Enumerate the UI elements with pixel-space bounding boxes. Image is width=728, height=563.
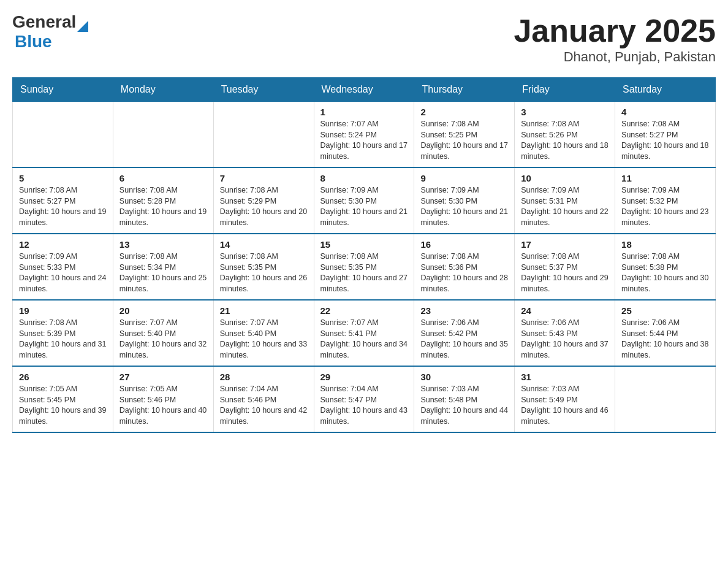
calendar-day-cell: 5Sunrise: 7:08 AM Sunset: 5:27 PM Daylig… [13,167,113,234]
calendar-week-row: 5Sunrise: 7:08 AM Sunset: 5:27 PM Daylig… [13,167,716,234]
title-block: January 2025 Dhanot, Punjab, Pakistan [514,12,716,65]
day-info: Sunrise: 7:03 AM Sunset: 5:48 PM Dayligh… [420,384,508,427]
day-number: 9 [420,173,508,183]
weekday-header-saturday: Saturday [615,78,716,102]
day-info: Sunrise: 7:04 AM Sunset: 5:47 PM Dayligh… [320,384,408,427]
day-info: Sunrise: 7:08 AM Sunset: 5:34 PM Dayligh… [119,251,207,294]
calendar-day-cell: 6Sunrise: 7:08 AM Sunset: 5:28 PM Daylig… [113,167,213,234]
calendar-day-cell [615,366,716,432]
day-info: Sunrise: 7:08 AM Sunset: 5:28 PM Dayligh… [119,185,207,228]
calendar-week-row: 1Sunrise: 7:07 AM Sunset: 5:24 PM Daylig… [13,102,716,168]
calendar-day-cell: 9Sunrise: 7:09 AM Sunset: 5:30 PM Daylig… [414,167,515,234]
day-info: Sunrise: 7:09 AM Sunset: 5:33 PM Dayligh… [19,251,107,294]
logo: General Blue [12,12,88,52]
calendar-day-cell: 18Sunrise: 7:08 AM Sunset: 5:38 PM Dayli… [615,234,716,300]
day-info: Sunrise: 7:08 AM Sunset: 5:25 PM Dayligh… [420,119,508,162]
day-number: 29 [320,372,408,382]
day-number: 1 [320,107,408,117]
day-info: Sunrise: 7:08 AM Sunset: 5:26 PM Dayligh… [521,119,609,162]
logo-triangle-icon [77,21,88,32]
calendar-day-cell [13,102,113,168]
day-number: 12 [19,239,107,250]
day-number: 27 [119,372,207,382]
calendar-day-cell: 12Sunrise: 7:09 AM Sunset: 5:33 PM Dayli… [13,234,113,300]
day-number: 24 [521,305,609,316]
calendar-day-cell: 10Sunrise: 7:09 AM Sunset: 5:31 PM Dayli… [515,167,615,234]
day-info: Sunrise: 7:07 AM Sunset: 5:40 PM Dayligh… [220,318,308,361]
calendar-week-row: 26Sunrise: 7:05 AM Sunset: 5:45 PM Dayli… [13,366,716,432]
calendar-day-cell: 15Sunrise: 7:08 AM Sunset: 5:35 PM Dayli… [314,234,414,300]
day-info: Sunrise: 7:08 AM Sunset: 5:35 PM Dayligh… [320,251,408,294]
calendar-day-cell: 30Sunrise: 7:03 AM Sunset: 5:48 PM Dayli… [414,366,515,432]
day-info: Sunrise: 7:03 AM Sunset: 5:49 PM Dayligh… [521,384,609,427]
day-number: 26 [19,372,107,382]
day-number: 16 [420,239,508,250]
calendar-day-cell: 22Sunrise: 7:07 AM Sunset: 5:41 PM Dayli… [314,300,414,366]
day-info: Sunrise: 7:05 AM Sunset: 5:45 PM Dayligh… [19,384,107,427]
calendar-day-cell: 3Sunrise: 7:08 AM Sunset: 5:26 PM Daylig… [515,102,615,168]
day-number: 25 [621,305,709,316]
day-info: Sunrise: 7:09 AM Sunset: 5:30 PM Dayligh… [420,185,508,228]
weekday-header-friday: Friday [515,78,615,102]
calendar-week-row: 19Sunrise: 7:08 AM Sunset: 5:39 PM Dayli… [13,300,716,366]
day-info: Sunrise: 7:06 AM Sunset: 5:43 PM Dayligh… [521,318,609,361]
day-info: Sunrise: 7:08 AM Sunset: 5:29 PM Dayligh… [220,185,308,228]
weekday-header-tuesday: Tuesday [213,78,314,102]
calendar-day-cell: 21Sunrise: 7:07 AM Sunset: 5:40 PM Dayli… [213,300,314,366]
weekday-header-row: SundayMondayTuesdayWednesdayThursdayFrid… [13,78,716,102]
day-info: Sunrise: 7:07 AM Sunset: 5:40 PM Dayligh… [119,318,207,361]
day-info: Sunrise: 7:08 AM Sunset: 5:39 PM Dayligh… [19,318,107,361]
day-number: 22 [320,305,408,316]
calendar-day-cell: 20Sunrise: 7:07 AM Sunset: 5:40 PM Dayli… [113,300,213,366]
day-number: 15 [320,239,408,250]
day-number: 31 [521,372,609,382]
weekday-header-wednesday: Wednesday [314,78,414,102]
logo-blue-text: Blue [15,32,52,52]
day-number: 14 [220,239,308,250]
day-number: 2 [420,107,508,117]
day-info: Sunrise: 7:04 AM Sunset: 5:46 PM Dayligh… [220,384,308,427]
calendar-title: January 2025 [514,12,716,49]
day-number: 28 [220,372,308,382]
day-number: 11 [621,173,709,183]
day-info: Sunrise: 7:09 AM Sunset: 5:32 PM Dayligh… [621,185,709,228]
day-number: 4 [621,107,709,117]
day-info: Sunrise: 7:08 AM Sunset: 5:35 PM Dayligh… [220,251,308,294]
calendar-week-row: 12Sunrise: 7:09 AM Sunset: 5:33 PM Dayli… [13,234,716,300]
calendar-body: 1Sunrise: 7:07 AM Sunset: 5:24 PM Daylig… [13,102,716,433]
calendar-day-cell: 25Sunrise: 7:06 AM Sunset: 5:44 PM Dayli… [615,300,716,366]
logo-general-text: General [12,12,76,32]
day-info: Sunrise: 7:08 AM Sunset: 5:27 PM Dayligh… [19,185,107,228]
calendar-day-cell: 16Sunrise: 7:08 AM Sunset: 5:36 PM Dayli… [414,234,515,300]
day-info: Sunrise: 7:08 AM Sunset: 5:38 PM Dayligh… [621,251,709,294]
day-number: 8 [320,173,408,183]
calendar-day-cell: 8Sunrise: 7:09 AM Sunset: 5:30 PM Daylig… [314,167,414,234]
day-info: Sunrise: 7:05 AM Sunset: 5:46 PM Dayligh… [119,384,207,427]
day-number: 19 [19,305,107,316]
svg-marker-0 [77,21,88,32]
calendar-day-cell: 11Sunrise: 7:09 AM Sunset: 5:32 PM Dayli… [615,167,716,234]
calendar-day-cell [113,102,213,168]
day-number: 17 [521,239,609,250]
day-number: 20 [119,305,207,316]
day-number: 10 [521,173,609,183]
page-header: General Blue January 2025 Dhanot, Punjab… [12,12,716,65]
calendar-day-cell: 26Sunrise: 7:05 AM Sunset: 5:45 PM Dayli… [13,366,113,432]
calendar-header: SundayMondayTuesdayWednesdayThursdayFrid… [13,78,716,102]
calendar-day-cell: 27Sunrise: 7:05 AM Sunset: 5:46 PM Dayli… [113,366,213,432]
day-number: 3 [521,107,609,117]
day-info: Sunrise: 7:06 AM Sunset: 5:44 PM Dayligh… [621,318,709,361]
calendar-day-cell: 4Sunrise: 7:08 AM Sunset: 5:27 PM Daylig… [615,102,716,168]
calendar-day-cell: 28Sunrise: 7:04 AM Sunset: 5:46 PM Dayli… [213,366,314,432]
day-number: 6 [119,173,207,183]
day-number: 13 [119,239,207,250]
day-number: 7 [220,173,308,183]
day-info: Sunrise: 7:08 AM Sunset: 5:36 PM Dayligh… [420,251,508,294]
day-info: Sunrise: 7:06 AM Sunset: 5:42 PM Dayligh… [420,318,508,361]
day-info: Sunrise: 7:09 AM Sunset: 5:31 PM Dayligh… [521,185,609,228]
calendar-day-cell: 1Sunrise: 7:07 AM Sunset: 5:24 PM Daylig… [314,102,414,168]
calendar-day-cell: 13Sunrise: 7:08 AM Sunset: 5:34 PM Dayli… [113,234,213,300]
day-number: 5 [19,173,107,183]
calendar-day-cell: 2Sunrise: 7:08 AM Sunset: 5:25 PM Daylig… [414,102,515,168]
calendar-day-cell: 24Sunrise: 7:06 AM Sunset: 5:43 PM Dayli… [515,300,615,366]
